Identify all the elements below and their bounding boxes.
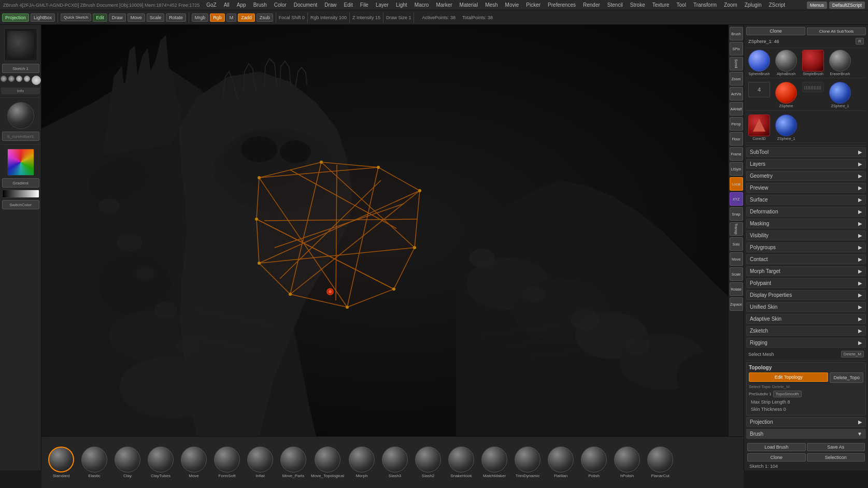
menu-all[interactable]: All [220,1,233,9]
brush-claytubes[interactable]: ClayTubes [145,447,176,478]
edit-btn[interactable]: Edit [93,13,107,22]
brush-planarcut[interactable]: PlanarCut [645,447,676,478]
sketch-label[interactable]: Sketch 1 [2,64,39,73]
solo-btn[interactable]: Solo [730,237,743,251]
frame-btn[interactable]: Frame [730,147,743,161]
menu-zoom[interactable]: Zoom [720,1,741,9]
preview-header[interactable]: Preview ▶ [746,183,866,193]
zsphere-r-btn[interactable]: R [856,38,864,45]
display-properties-header[interactable]: Display Properties ▶ [746,290,866,300]
menu-preferences[interactable]: Preferences [544,1,579,9]
draw-btn[interactable]: Draw [109,13,126,22]
polygroups-header[interactable]: Polygroups ▶ [746,242,866,252]
menu-app[interactable]: App [233,1,250,9]
polypaint-header[interactable]: Polypaint ▶ [746,278,866,288]
rotate-btn[interactable]: Rotate [166,13,186,22]
aahalf-btn[interactable]: AAHalf [730,102,743,116]
alpha-brush-item[interactable]: AlphaBrush [773,50,799,76]
material-sphere[interactable] [7,102,34,129]
mrgb-btn[interactable]: Mrgb [192,13,209,22]
menu-transform[interactable]: Transform [690,1,720,9]
scale-vtool-btn[interactable]: Scale [730,267,743,281]
brush-elastic[interactable]: Elastic [79,447,110,478]
brush-standard[interactable]: Standard [46,447,77,478]
spix-btn[interactable]: SPix [730,42,743,55]
morph-target-header[interactable]: Morph Target ▶ [746,266,866,276]
brush-snakehook[interactable]: SnakeHook [446,447,477,478]
switchcolor-btn[interactable]: SwitchColor [2,200,39,209]
menu-marker[interactable]: Marker [432,1,456,9]
surface-header[interactable]: Surface ▶ [746,195,866,205]
brush-trimdynamic[interactable]: TrimDynamic [512,447,543,478]
brush-flatilan[interactable]: FlatIlan [545,447,576,478]
xyz-btn[interactable]: XYZ [730,192,743,206]
actvis-btn[interactable]: ActVis [730,87,743,101]
menu-material[interactable]: Material [456,1,482,9]
menu-edit[interactable]: Edit [340,1,357,9]
deformation-header[interactable]: Deformation ▶ [746,207,866,217]
brush-slash3[interactable]: Slash3 [379,447,410,478]
persp-btn[interactable]: Persp [730,117,743,131]
brush-move-parts[interactable]: Move_Parts [278,447,309,478]
brush-polish[interactable]: Polish [578,447,609,478]
menu-movie[interactable]: Movie [502,1,523,9]
brush-hpolish[interactable]: hPolish [611,447,643,478]
move-btn[interactable]: Move [127,13,145,22]
layers-header[interactable]: Layers ▶ [746,159,866,169]
select-icon-btn[interactable]: SelectIcon [807,453,865,462]
eraser-brush-item[interactable]: EraserBrush [827,50,853,76]
menu-draw[interactable]: Draw [321,1,340,9]
zsphere2-item[interactable]: ZSphere_1 [773,114,799,141]
sketch-slider-row[interactable]: Sketch 104 [747,470,865,470]
topo-smooth-btn[interactable]: TopoSmooth [773,391,802,397]
brush-slash2[interactable]: Slash2 [412,447,444,478]
adaptive-skin-header[interactable]: Adaptive Skin ▶ [746,314,866,324]
zsketch-header[interactable]: Zsketch ▶ [746,326,866,336]
rigging-header[interactable]: Rigging ▶ [746,338,866,348]
projection-right-header[interactable]: Projection ▶ [746,417,866,427]
unified-skin-header[interactable]: Unified Skin ▶ [746,302,866,312]
zspace-btn[interactable]: Zspace [730,297,743,311]
delete-topo-btn[interactable]: Delete_Topo [830,372,863,383]
menu-texture[interactable]: Texture [649,1,673,9]
rotate-vtool-btn[interactable]: Rotate [730,282,743,296]
visibility-header[interactable]: Visibility ▶ [746,231,866,240]
transp-btn[interactable]: Transp [730,222,743,236]
menu-stroke[interactable]: Stroke [627,1,649,9]
clone-btn[interactable]: Clone [746,27,805,35]
zadd-btn[interactable]: Zadd [238,13,255,22]
menu-file[interactable]: File [357,1,372,9]
cone3d-item[interactable]: Cone3D [746,114,772,141]
menu-light[interactable]: Light [392,1,411,9]
gradient-bar[interactable] [2,190,39,198]
menu-stencil[interactable]: Stencil [604,1,627,9]
masking-header[interactable]: Masking ▶ [746,219,866,228]
canvas-area[interactable] [41,25,744,436]
menu-mesh[interactable]: Mesh [481,1,501,9]
brush-tool-btn[interactable]: Brush [730,27,743,40]
menu-zplugin[interactable]: Zplugin [741,1,765,9]
scroll-btn[interactable]: Scroll [730,57,743,70]
menu-goz[interactable]: GoZ [203,1,220,9]
brush-move-topological[interactable]: Move_Topological [311,447,344,478]
contact-header[interactable]: Contact ▶ [746,254,866,264]
floor-btn[interactable]: Floor [730,132,743,146]
brush-move[interactable]: Move [178,447,209,478]
menu-color[interactable]: Color [271,1,290,9]
lightbox-btn[interactable]: LightBox [31,13,55,22]
sphere-brush-item[interactable]: SphereBrush [746,50,772,76]
brush-morph[interactable]: Morph [346,447,377,478]
scale-btn[interactable]: Scale [147,13,165,22]
brush-inflat[interactable]: Inflat [245,447,276,478]
edit-topology-btn[interactable]: Edit Topology [749,372,828,382]
menus-btn[interactable]: Menus [807,2,827,9]
menu-picker[interactable]: Picker [522,1,544,9]
simple-brush-item[interactable]: SimpleBrush [800,50,826,76]
projection-btn[interactable]: Projection [2,13,29,22]
menu-brush[interactable]: Brush [250,1,271,9]
m-btn[interactable]: M [226,13,237,22]
brush-formsoft[interactable]: FormSoft [211,447,243,478]
menu-tool[interactable]: Tool [673,1,690,9]
brush-section-header[interactable]: Brush ▼ [746,429,866,439]
menu-layer[interactable]: Layer [372,1,392,9]
